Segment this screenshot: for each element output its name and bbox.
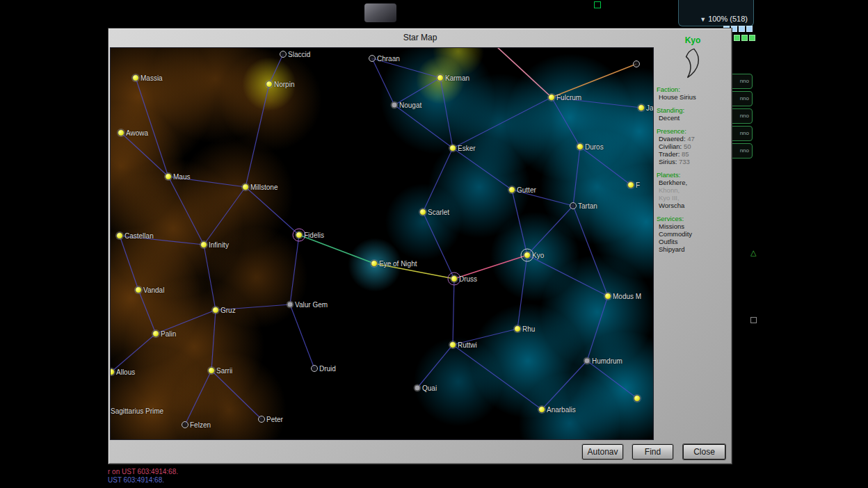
services-section: Services: MissionsCommodityOutfitsShipya… (657, 215, 732, 253)
hyperlane-layer (111, 48, 653, 439)
map-system-norpin[interactable] (266, 81, 273, 88)
system-label: Quai (422, 384, 437, 392)
presence-row: Trader: 85 (657, 150, 732, 158)
system-label: Druss (459, 275, 477, 283)
map-system-castellan[interactable] (116, 232, 123, 239)
map-system-rhu[interactable] (514, 325, 521, 332)
system-label: Gutter (517, 186, 536, 194)
map-system-fidelis[interactable] (296, 231, 303, 238)
planet-item: Worscha (657, 202, 732, 209)
faction-value: House Sirius (657, 93, 732, 101)
system-label: Duros (585, 143, 604, 151)
hyperlane-link (440, 78, 453, 148)
map-system-nougat[interactable] (392, 102, 398, 108)
map-system-fulcrum[interactable] (548, 94, 555, 101)
map-system-felzen[interactable] (182, 421, 188, 428)
hyperlane-link (211, 371, 262, 419)
ammo-slot: nno (729, 108, 753, 124)
autonav-button[interactable]: Autonav (582, 444, 623, 459)
map-system-quai[interactable] (415, 385, 421, 391)
system-label: Modus M (613, 293, 641, 300)
map-system-vandal[interactable] (135, 286, 142, 293)
services-list: MissionsCommodityOutfitsShipyard (657, 222, 732, 253)
map-system-eyeofnight[interactable] (371, 260, 378, 267)
selected-system-name: Kyo (654, 35, 732, 45)
system-label: Palin (161, 330, 176, 338)
system-label: Gruz (220, 307, 236, 314)
map-system-edgestar[interactable] (634, 395, 641, 402)
route-link (497, 48, 552, 97)
hud-square-icon (750, 317, 757, 323)
system-label: Valur Gem (295, 301, 328, 309)
map-system-millstone[interactable] (242, 184, 249, 190)
find-button[interactable]: Find (632, 444, 673, 459)
map-system-topcircle[interactable] (633, 60, 640, 67)
hyperlane-link (453, 345, 542, 409)
route-link (299, 235, 374, 263)
system-label: Jac (646, 104, 654, 112)
system-label: Kyo (532, 252, 544, 259)
map-system-peter[interactable] (258, 416, 265, 423)
nav-triangle-icon: △ (750, 248, 756, 257)
log-line: r on UST 603:4914:68. (108, 468, 178, 476)
map-system-jac[interactable] (638, 104, 645, 111)
system-label: Awowa (126, 129, 148, 137)
map-system-slaccid[interactable] (280, 51, 287, 58)
planets-section: Planets: Berkhere,Khonn,Kyo III,Worscha (657, 171, 732, 209)
hyperlane-link (542, 361, 587, 409)
hyperlane-link (552, 97, 580, 147)
map-system-massia[interactable] (132, 74, 139, 81)
map-system-anarbalis[interactable] (538, 406, 545, 413)
map-system-karman[interactable] (437, 74, 444, 81)
service-item: Outfits (657, 238, 732, 245)
system-label: Scarlet (428, 209, 449, 216)
log-line: UST 603:4914:68. (108, 476, 178, 485)
system-label: Anarbalis (547, 406, 576, 414)
map-system-maus[interactable] (165, 173, 172, 180)
system-label: Rhu (522, 325, 535, 333)
system-label: Esker (458, 145, 476, 152)
close-button[interactable]: Close (683, 444, 725, 459)
system-label: Infinity (209, 241, 229, 249)
triangle-gauge-icon: ▼ (700, 16, 706, 23)
hud-bar-segment (746, 26, 753, 32)
star-map[interactable]: SlaccidChraanMassiaKarmanNorpinFulcrumJa… (110, 47, 654, 440)
system-label: Norpin (274, 81, 294, 88)
system-label: Peter (266, 416, 283, 423)
hud-bar-segment (739, 26, 745, 32)
map-system-druss[interactable] (451, 275, 458, 282)
map-system-gruz[interactable] (212, 307, 219, 314)
hyperlane-link (290, 235, 299, 304)
system-label: Fidelis (304, 231, 324, 239)
map-system-valurgem[interactable] (287, 302, 294, 308)
map-system-sarrii[interactable] (208, 367, 215, 374)
map-system-infinity[interactable] (200, 241, 207, 248)
hyperlane-link (394, 105, 453, 148)
map-system-duros[interactable] (577, 143, 584, 150)
hyperlane-link (573, 206, 608, 296)
map-system-awowa[interactable] (118, 129, 124, 136)
map-system-palin[interactable] (152, 330, 159, 337)
map-system-humdrum[interactable] (584, 358, 590, 364)
hyperlane-link (211, 310, 216, 371)
system-label: Allous (116, 368, 135, 376)
map-system-fsystem[interactable] (627, 181, 634, 188)
map-system-chraan[interactable] (369, 55, 376, 62)
hyperlane-link (168, 177, 204, 245)
map-system-esker[interactable] (449, 145, 456, 152)
ammo-slot: nno (729, 143, 753, 158)
system-label: Tartan (578, 202, 597, 210)
map-system-gutter[interactable] (508, 186, 515, 193)
hyperlane-link (517, 255, 527, 329)
map-system-druid[interactable] (311, 365, 318, 372)
hyperlane-link (423, 212, 454, 279)
hyperlane-link (204, 245, 216, 310)
presence-row: Sirius: 733 (657, 158, 732, 165)
map-system-modusm[interactable] (604, 293, 611, 300)
map-system-kyo[interactable] (524, 252, 531, 259)
map-system-ruttwi[interactable] (449, 341, 456, 348)
map-system-tartan[interactable] (570, 202, 577, 209)
standing-label: Standing: (657, 106, 732, 114)
map-system-scarlet[interactable] (419, 209, 426, 215)
planet-item: Kyo III, (657, 194, 732, 202)
